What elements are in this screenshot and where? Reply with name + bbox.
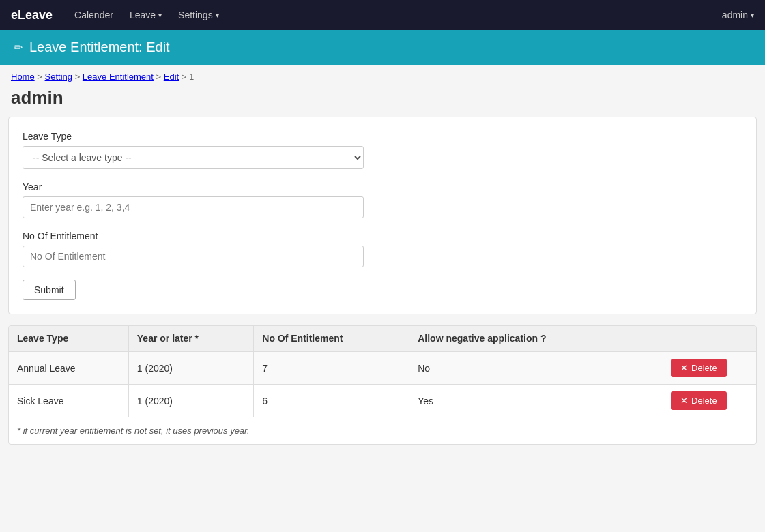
admin-label: admin [0, 85, 765, 117]
cell-entitlement: 7 [254, 351, 409, 385]
col-action [641, 326, 756, 351]
entitlement-input[interactable] [23, 246, 364, 267]
leave-type-label: Leave Type [23, 131, 742, 142]
user-label: admin [722, 10, 748, 20]
breadcrumb-home[interactable]: Home [11, 72, 35, 82]
year-label: Year [23, 181, 742, 192]
settings-dropdown-icon: ▾ [216, 12, 219, 19]
delete-button[interactable]: ✕ Delete [671, 359, 727, 377]
table-row: Sick Leave 1 (2020) 6 Yes ✕ Delete [9, 385, 756, 417]
year-group: Year [23, 181, 742, 218]
navbar: eLeave Calender Leave ▾ Settings ▾ admin… [0, 0, 765, 30]
page-title: Leave Entitlement: Edit [29, 40, 170, 55]
cell-action: ✕ Delete [641, 385, 756, 417]
table-card: Leave Type Year or later * No Of Entitle… [8, 325, 757, 445]
leave-type-select[interactable]: -- Select a leave type -- [23, 146, 364, 169]
col-entitlement: No Of Entitlement [254, 326, 409, 351]
cell-leave-type: Annual Leave [9, 351, 128, 385]
entitlement-group: No Of Entitlement [23, 231, 742, 267]
cell-leave-type: Sick Leave [9, 385, 128, 417]
nav-leave[interactable]: Leave ▾ [121, 0, 170, 30]
x-icon: ✕ [680, 363, 688, 373]
brand[interactable]: eLeave [11, 8, 53, 23]
user-dropdown-icon: ▾ [751, 12, 754, 19]
table-footer-note: * if current year entitlement is not set… [9, 417, 756, 444]
nav-calender[interactable]: Calender [66, 0, 121, 30]
breadcrumb-leave-entitlement[interactable]: Leave Entitlement [83, 72, 154, 82]
leave-type-group: Leave Type -- Select a leave type -- [23, 131, 742, 169]
cell-allow-negative: No [409, 351, 641, 385]
col-year: Year or later * [128, 326, 253, 351]
entitlement-label: No Of Entitlement [23, 231, 742, 241]
page-header: ✏ Leave Entitlement: Edit [0, 30, 765, 65]
breadcrumb-edit[interactable]: Edit [164, 72, 179, 82]
entitlement-table: Leave Type Year or later * No Of Entitle… [9, 326, 756, 417]
cell-action: ✕ Delete [641, 351, 756, 385]
leave-dropdown-icon: ▾ [158, 12, 162, 19]
breadcrumb-id: 1 [189, 72, 194, 82]
cell-year: 1 (2020) [128, 385, 253, 417]
cell-allow-negative: Yes [409, 385, 641, 417]
col-leave-type: Leave Type [9, 326, 128, 351]
cell-year: 1 (2020) [128, 351, 253, 385]
pencil-icon: ✏ [14, 41, 23, 54]
x-icon: ✕ [680, 396, 688, 406]
breadcrumb: Home > Setting > Leave Entitlement > Edi… [11, 72, 754, 82]
table-row: Annual Leave 1 (2020) 7 No ✕ Delete [9, 351, 756, 385]
user-menu[interactable]: admin ▾ [722, 10, 754, 20]
nav-settings[interactable]: Settings ▾ [170, 0, 227, 30]
cell-entitlement: 6 [254, 385, 409, 417]
form-card: Leave Type -- Select a leave type -- Yea… [8, 117, 757, 314]
table-header-row: Leave Type Year or later * No Of Entitle… [9, 326, 756, 351]
delete-button[interactable]: ✕ Delete [671, 391, 727, 410]
submit-button[interactable]: Submit [23, 280, 76, 300]
breadcrumb-setting[interactable]: Setting [45, 72, 72, 82]
col-allow-negative: Allow negative application ? [409, 326, 641, 351]
breadcrumb-area: Home > Setting > Leave Entitlement > Edi… [0, 65, 765, 85]
year-input[interactable] [23, 196, 364, 218]
